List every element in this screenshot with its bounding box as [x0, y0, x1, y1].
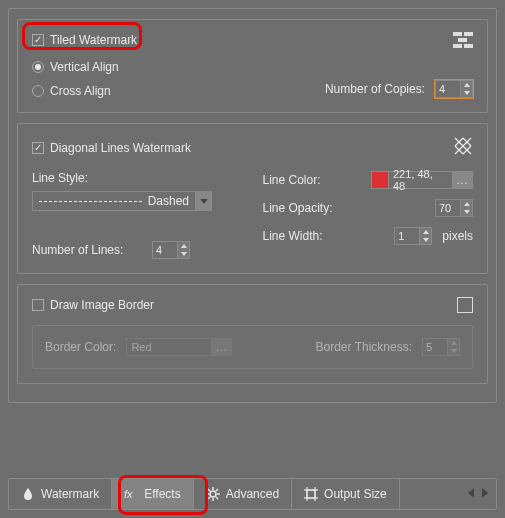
- tab-label: Effects: [144, 487, 180, 501]
- tab-output-size[interactable]: Output Size: [292, 479, 400, 509]
- tab-watermark[interactable]: Watermark: [9, 479, 112, 509]
- tab-label: Advanced: [226, 487, 279, 501]
- tab-bar: Watermark fx Effects Advanced Output Siz…: [8, 478, 497, 510]
- svg-line-12: [208, 489, 210, 491]
- border-thickness-spinner: [422, 338, 460, 356]
- spin-down-icon[interactable]: [178, 250, 189, 258]
- cross-align-radio[interactable]: Cross Align: [32, 84, 243, 98]
- color-picker-button[interactable]: ...: [453, 171, 473, 189]
- diagonal-pattern-icon: [453, 136, 473, 159]
- border-color-value: Red: [126, 338, 212, 356]
- copies-label: Number of Copies:: [325, 82, 425, 96]
- gear-icon: [206, 487, 220, 501]
- checkbox-icon: [32, 142, 44, 154]
- line-opacity-input[interactable]: [435, 199, 461, 217]
- vertical-align-radio[interactable]: Vertical Align: [32, 60, 243, 74]
- diagonal-watermark-section: Diagonal Lines Watermark Line Style: Das…: [17, 123, 488, 274]
- spin-down-icon[interactable]: [461, 208, 472, 216]
- spin-up-icon[interactable]: [420, 228, 431, 236]
- line-color-field[interactable]: 221, 48, 48 ...: [371, 171, 473, 189]
- spin-up-icon[interactable]: [461, 81, 472, 89]
- line-color-label: Line Color:: [263, 173, 321, 187]
- line-opacity-label: Line Opacity:: [263, 201, 333, 215]
- radio-label: Vertical Align: [50, 60, 119, 74]
- color-picker-button: ...: [212, 338, 232, 356]
- tab-label: Watermark: [41, 487, 99, 501]
- spin-up-icon[interactable]: [178, 242, 189, 250]
- svg-text:fx: fx: [124, 488, 133, 500]
- line-style-dropdown[interactable]: Dashed: [32, 191, 212, 211]
- spin-up-icon[interactable]: [461, 200, 472, 208]
- border-checkbox[interactable]: Draw Image Border: [32, 298, 154, 312]
- diagonal-watermark-checkbox[interactable]: Diagonal Lines Watermark: [32, 141, 191, 155]
- checkbox-label: Tiled Watermark: [50, 33, 137, 47]
- svg-point-7: [210, 491, 216, 497]
- copies-input[interactable]: [435, 80, 461, 98]
- radio-label: Cross Align: [50, 84, 111, 98]
- chevron-down-icon[interactable]: [195, 192, 211, 210]
- fx-icon: fx: [124, 487, 138, 501]
- svg-line-15: [216, 489, 218, 491]
- tab-scroll-right[interactable]: [482, 487, 488, 501]
- tiled-watermark-checkbox[interactable]: Tiled Watermark: [32, 33, 137, 47]
- border-section: Draw Image Border Border Color: Red ... …: [17, 284, 488, 384]
- line-opacity-spinner[interactable]: [435, 199, 473, 217]
- radio-icon: [32, 85, 44, 97]
- line-width-spinner[interactable]: [394, 227, 432, 245]
- checkbox-label: Draw Image Border: [50, 298, 154, 312]
- tab-label: Output Size: [324, 487, 387, 501]
- border-color-field: Red ...: [126, 338, 232, 356]
- border-thickness-input: [422, 338, 448, 356]
- droplet-icon: [21, 487, 35, 501]
- num-lines-label: Number of Lines:: [32, 243, 142, 257]
- line-width-unit: pixels: [442, 229, 473, 243]
- effects-panel: Tiled Watermark Vertical Align Cross Ali…: [8, 8, 497, 403]
- tab-scroll-left[interactable]: [468, 487, 474, 501]
- line-style-label: Line Style:: [32, 171, 243, 185]
- border-color-label: Border Color:: [45, 340, 116, 354]
- line-color-value: 221, 48, 48: [389, 171, 453, 189]
- line-width-input[interactable]: [394, 227, 420, 245]
- spin-down-icon[interactable]: [461, 89, 472, 97]
- spin-down-icon[interactable]: [420, 236, 431, 244]
- tab-advanced[interactable]: Advanced: [194, 479, 292, 509]
- checkbox-label: Diagonal Lines Watermark: [50, 141, 191, 155]
- tab-spacer: [400, 479, 460, 509]
- svg-line-14: [208, 497, 210, 499]
- num-lines-spinner[interactable]: [152, 241, 190, 259]
- checkbox-icon: [32, 34, 44, 46]
- spin-down-icon: [448, 347, 459, 355]
- line-width-label: Line Width:: [263, 229, 323, 243]
- color-swatch: [371, 171, 389, 189]
- num-lines-input[interactable]: [152, 241, 178, 259]
- svg-rect-16: [307, 490, 315, 498]
- border-thickness-label: Border Thickness:: [316, 340, 413, 354]
- crop-icon: [304, 487, 318, 501]
- copies-spinner[interactable]: [435, 80, 473, 98]
- svg-line-13: [216, 497, 218, 499]
- tiled-pattern-icon: [453, 32, 473, 48]
- tiled-watermark-section: Tiled Watermark Vertical Align Cross Ali…: [17, 19, 488, 113]
- line-style-value: Dashed: [148, 194, 189, 208]
- tab-effects[interactable]: fx Effects: [112, 479, 193, 509]
- spin-up-icon: [448, 339, 459, 347]
- checkbox-icon: [32, 299, 44, 311]
- dash-preview-icon: [39, 201, 142, 202]
- radio-icon: [32, 61, 44, 73]
- border-preview-icon: [457, 297, 473, 313]
